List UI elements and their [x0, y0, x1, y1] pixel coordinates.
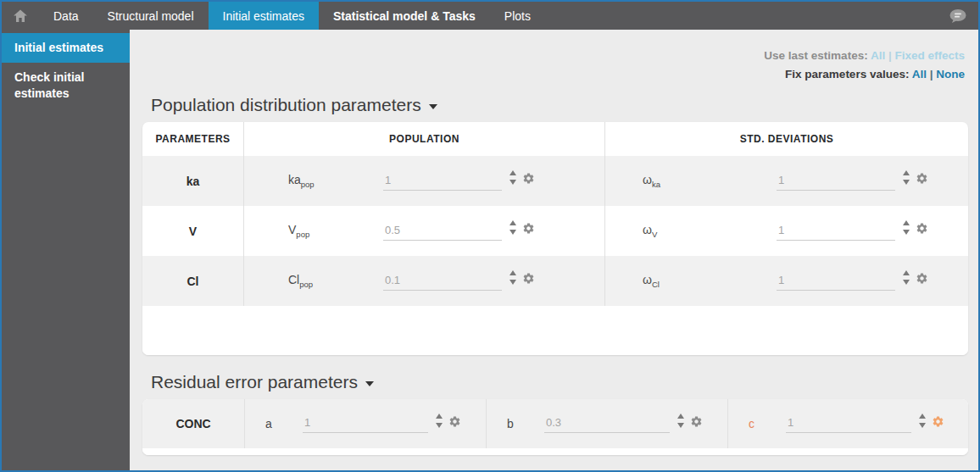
tab-data[interactable]: Data — [39, 2, 93, 30]
stepper-down-icon[interactable] — [436, 423, 443, 428]
fix-parameters-label: Fix parameters values: — [785, 68, 909, 81]
parameter-name: ka — [187, 175, 200, 188]
stepper-up-icon[interactable] — [903, 170, 910, 175]
table-row-cl: Cl Clpop ωCl — [142, 256, 968, 306]
stepper-up-icon[interactable] — [903, 220, 910, 225]
residual-c-input[interactable] — [786, 414, 911, 433]
std-deviation-value-cell: ωV — [605, 206, 968, 256]
value-stepper — [509, 270, 516, 285]
tab-statistical-model-tasks[interactable]: Statistical model & Tasks — [319, 2, 490, 30]
omega-ka-settings-button[interactable] — [916, 172, 928, 185]
population-param-label: Vpop — [288, 223, 383, 239]
v-pop-input[interactable] — [383, 222, 502, 241]
stepper-up-icon[interactable] — [903, 270, 910, 275]
topnav-spacer — [545, 2, 938, 30]
omega-param-label: ωka — [643, 173, 777, 189]
cl-pop-input[interactable] — [383, 272, 502, 291]
residual-a-settings-button[interactable] — [448, 415, 461, 428]
residual-a-input[interactable] — [303, 414, 428, 433]
use-last-fixed-effects-link[interactable]: Fixed effects — [894, 49, 965, 62]
sidebar-item-initial-estimates[interactable]: Initial estimates — [2, 33, 130, 63]
omega-param-label: ωV — [643, 223, 777, 239]
stepper-down-icon[interactable] — [509, 280, 516, 285]
stepper-down-icon[interactable] — [903, 230, 910, 235]
stepper-down-icon[interactable] — [509, 180, 516, 185]
omega-ka-input[interactable] — [777, 172, 895, 191]
app-window: Data Structural model Initial estimates … — [0, 0, 980, 472]
fix-all-link[interactable]: All — [912, 68, 927, 81]
column-header-population: POPULATION — [244, 122, 605, 156]
stepper-up-icon[interactable] — [436, 414, 443, 419]
residual-section-title: Residual error parameters — [151, 372, 358, 392]
population-param-label: kapop — [288, 173, 383, 189]
omega-v-settings-button[interactable] — [916, 222, 928, 235]
gear-icon — [448, 415, 461, 428]
stepper-up-icon[interactable] — [677, 414, 684, 419]
stepper-down-icon[interactable] — [903, 180, 910, 185]
parameter-name-cell: V — [142, 206, 244, 256]
gear-icon — [916, 272, 928, 285]
output-name: CONC — [175, 417, 210, 430]
stepper-up-icon[interactable] — [509, 220, 516, 225]
value-stepper — [903, 220, 910, 235]
population-section-header[interactable]: Population distribution parameters — [151, 95, 978, 115]
population-value-cell: kapop — [244, 156, 605, 206]
residual-param-label: b — [507, 417, 544, 430]
stepper-down-icon[interactable] — [509, 230, 516, 235]
chat-bubble-icon — [948, 8, 968, 24]
residual-param-label: a — [265, 417, 303, 430]
gear-icon — [916, 172, 928, 185]
stepper-up-icon[interactable] — [919, 414, 926, 419]
chevron-down-icon — [365, 381, 374, 386]
std-deviation-value-cell: ωka — [605, 156, 968, 206]
ka-pop-input[interactable] — [383, 172, 502, 191]
parameter-name-cell: ka — [142, 156, 244, 206]
use-last-estimates-row: Use last estimates: All | Fixed effects — [130, 47, 965, 65]
top-navigation-bar: Data Structural model Initial estimates … — [2, 2, 978, 30]
column-header-parameters: PARAMETERS — [142, 122, 244, 156]
population-value-cell: Clpop — [244, 256, 605, 306]
gear-icon — [522, 172, 535, 185]
table-row-ka: ka kapop ωka — [142, 156, 968, 206]
use-last-all-link[interactable]: All — [871, 49, 885, 62]
tab-plots[interactable]: Plots — [490, 2, 545, 30]
gear-icon — [522, 272, 535, 285]
left-sidebar: Initial estimates Check initial estimate… — [2, 30, 130, 470]
residual-parameters-table: CONC a b — [142, 399, 968, 455]
residual-param-a-cell: a — [245, 399, 487, 448]
feedback-button[interactable] — [938, 2, 978, 30]
chevron-down-icon — [429, 104, 437, 109]
stepper-up-icon[interactable] — [509, 270, 516, 275]
omega-v-input[interactable] — [777, 222, 895, 241]
fix-none-link[interactable]: None — [936, 68, 965, 81]
v-pop-settings-button[interactable] — [522, 222, 535, 235]
omega-cl-settings-button[interactable] — [916, 272, 928, 285]
home-button[interactable] — [2, 2, 39, 30]
gear-icon — [932, 415, 944, 428]
stepper-down-icon[interactable] — [903, 280, 910, 285]
tab-structural-model[interactable]: Structural model — [93, 2, 209, 30]
estimates-actions: Use last estimates: All | Fixed effects … — [130, 30, 978, 83]
tab-initial-estimates[interactable]: Initial estimates — [209, 2, 319, 30]
value-stepper — [903, 170, 910, 185]
cl-pop-settings-button[interactable] — [522, 272, 535, 285]
residual-b-input[interactable] — [544, 414, 670, 433]
value-stepper — [436, 414, 443, 428]
gear-icon — [690, 415, 703, 428]
parameter-name: Cl — [187, 275, 199, 288]
sidebar-item-check-initial-estimates[interactable]: Check initial estimates — [2, 63, 130, 108]
stepper-down-icon[interactable] — [677, 423, 684, 428]
stepper-down-icon[interactable] — [919, 423, 926, 428]
residual-c-settings-button-highlighted[interactable] — [932, 415, 944, 428]
omega-cl-input[interactable] — [777, 272, 895, 291]
value-stepper — [919, 414, 926, 428]
population-section-title: Population distribution parameters — [151, 95, 421, 115]
home-icon — [12, 8, 29, 25]
stepper-up-icon[interactable] — [509, 170, 516, 175]
residual-b-settings-button[interactable] — [690, 415, 703, 428]
population-parameters-table: PARAMETERS POPULATION STD. DEVIATIONS ka… — [142, 122, 968, 355]
residual-param-c-cell: c — [728, 399, 968, 448]
residual-section-header[interactable]: Residual error parameters — [151, 372, 978, 392]
fix-parameters-row: Fix parameters values: All | None — [130, 65, 965, 84]
ka-pop-settings-button[interactable] — [522, 172, 535, 185]
